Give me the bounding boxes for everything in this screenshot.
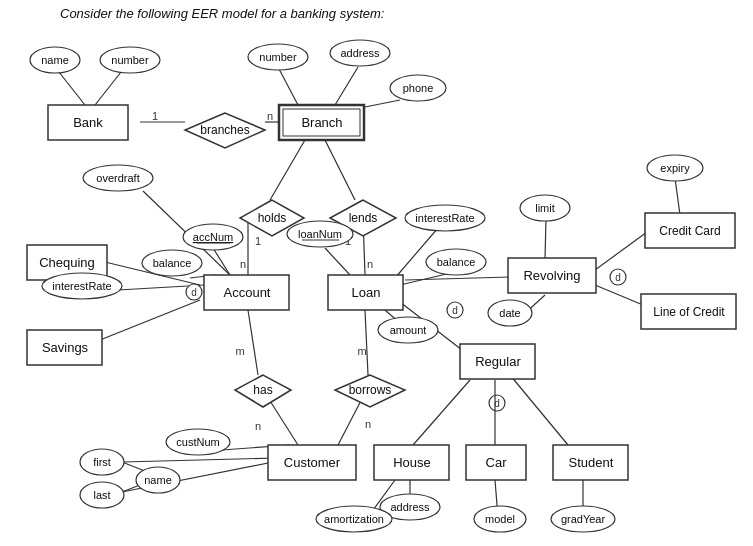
svg-line-7: [270, 140, 305, 200]
entity-regular-label: Regular: [475, 354, 521, 369]
svg-line-39: [123, 458, 275, 462]
oval-phone-branch-label: phone: [403, 82, 434, 94]
oval-overdraft-label: overdraft: [96, 172, 139, 184]
svg-line-33: [675, 178, 680, 215]
svg-line-47: [510, 375, 568, 445]
svg-text:d: d: [452, 305, 458, 316]
oval-balance-acc-label: balance: [153, 257, 192, 269]
svg-line-8: [325, 140, 355, 200]
oval-gradyear-label: gradYear: [561, 513, 606, 525]
svg-text:d: d: [191, 287, 197, 298]
oval-date-label: date: [499, 307, 520, 319]
entity-branch-label: Branch: [301, 115, 342, 130]
oval-loannum-label: loanNum: [298, 228, 342, 240]
svg-canvas: d d d: [0, 0, 753, 546]
oval-amount-label: amount: [390, 324, 427, 336]
svg-text:1: 1: [255, 235, 261, 247]
svg-text:n: n: [240, 258, 246, 270]
svg-text:m: m: [357, 345, 366, 357]
entity-lineofcredit-label: Line of Credit: [653, 305, 725, 319]
entity-revolving-label: Revolving: [523, 268, 580, 283]
diamond-branches-label: branches: [200, 123, 249, 137]
svg-line-27: [545, 218, 546, 260]
entity-creditcard-label: Credit Card: [659, 224, 720, 238]
diamond-has-label: has: [253, 383, 272, 397]
oval-number-bank-label: number: [111, 54, 149, 66]
svg-text:d: d: [615, 272, 621, 283]
oval-name-customer-label: name: [144, 474, 172, 486]
svg-line-34: [248, 310, 258, 375]
entity-house-label: House: [393, 455, 431, 470]
svg-line-20: [395, 228, 438, 278]
entity-customer-label: Customer: [284, 455, 341, 470]
svg-text:n: n: [367, 258, 373, 270]
oval-limit-label: limit: [535, 202, 555, 214]
oval-accnum-label: accNum: [193, 231, 233, 243]
oval-address-customer-label: address: [390, 501, 430, 513]
oval-address-branch-label: address: [340, 47, 380, 59]
diamond-borrows-label: borrows: [349, 383, 392, 397]
oval-number-branch-label: number: [259, 51, 297, 63]
oval-model-label: model: [485, 513, 515, 525]
entity-loan-label: Loan: [352, 285, 381, 300]
oval-name-bank-label: name: [41, 54, 69, 66]
svg-text:n: n: [365, 418, 371, 430]
svg-line-4: [278, 67, 298, 105]
entity-savings-label: Savings: [42, 340, 89, 355]
diamond-holds-label: holds: [258, 211, 287, 225]
svg-line-18: [100, 300, 200, 340]
entity-bank-label: Bank: [73, 115, 103, 130]
eer-diagram: Consider the following EER model for a b…: [0, 0, 753, 546]
svg-text:1: 1: [152, 110, 158, 122]
svg-line-36: [365, 310, 368, 375]
entity-car-label: Car: [486, 455, 508, 470]
svg-text:n: n: [267, 110, 273, 122]
svg-line-5: [335, 67, 358, 105]
svg-text:n: n: [255, 420, 261, 432]
oval-interestrate-loan-label: interestRate: [415, 212, 474, 224]
oval-last-label: last: [93, 489, 110, 501]
svg-line-45: [413, 380, 470, 445]
svg-line-32: [595, 285, 643, 305]
svg-line-19: [325, 248, 350, 275]
svg-line-25: [405, 277, 510, 280]
oval-balance-loan-label: balance: [437, 256, 476, 268]
entity-account-label: Account: [224, 285, 271, 300]
oval-amortization-label: amortization: [324, 513, 384, 525]
svg-text:m: m: [235, 345, 244, 357]
svg-line-31: [595, 232, 647, 270]
oval-custnum-label: custNum: [176, 436, 219, 448]
entity-chequing-label: Chequing: [39, 255, 95, 270]
oval-expiry-label: expiry: [660, 162, 690, 174]
diamond-lends-label: lends: [349, 211, 378, 225]
entity-student-label: Student: [569, 455, 614, 470]
oval-interestrate-acc-label: interestRate: [52, 280, 111, 292]
oval-first-label: first: [93, 456, 111, 468]
